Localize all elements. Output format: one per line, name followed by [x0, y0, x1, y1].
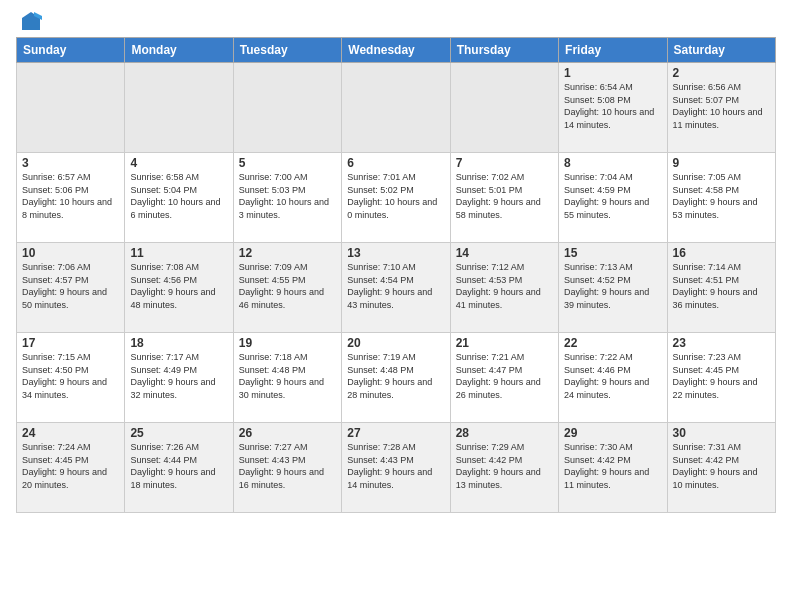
day-number: 9	[673, 156, 770, 170]
day-number: 14	[456, 246, 553, 260]
calendar-wrapper: SundayMondayTuesdayWednesdayThursdayFrid…	[0, 37, 792, 521]
calendar-cell	[450, 63, 558, 153]
calendar-cell: 11Sunrise: 7:08 AM Sunset: 4:56 PM Dayli…	[125, 243, 233, 333]
calendar-cell: 2Sunrise: 6:56 AM Sunset: 5:07 PM Daylig…	[667, 63, 775, 153]
logo	[20, 10, 42, 32]
calendar-cell: 28Sunrise: 7:29 AM Sunset: 4:42 PM Dayli…	[450, 423, 558, 513]
calendar-cell: 30Sunrise: 7:31 AM Sunset: 4:42 PM Dayli…	[667, 423, 775, 513]
day-number: 23	[673, 336, 770, 350]
day-info: Sunrise: 6:58 AM Sunset: 5:04 PM Dayligh…	[130, 172, 220, 220]
page-container: SundayMondayTuesdayWednesdayThursdayFrid…	[0, 0, 792, 521]
col-header-sunday: Sunday	[17, 38, 125, 63]
day-number: 13	[347, 246, 444, 260]
day-number: 16	[673, 246, 770, 260]
calendar-cell: 6Sunrise: 7:01 AM Sunset: 5:02 PM Daylig…	[342, 153, 450, 243]
day-info: Sunrise: 6:56 AM Sunset: 5:07 PM Dayligh…	[673, 82, 763, 130]
calendar-cell: 10Sunrise: 7:06 AM Sunset: 4:57 PM Dayli…	[17, 243, 125, 333]
day-info: Sunrise: 7:28 AM Sunset: 4:43 PM Dayligh…	[347, 442, 432, 490]
day-number: 4	[130, 156, 227, 170]
calendar-cell: 5Sunrise: 7:00 AM Sunset: 5:03 PM Daylig…	[233, 153, 341, 243]
col-header-monday: Monday	[125, 38, 233, 63]
day-number: 17	[22, 336, 119, 350]
calendar-cell: 12Sunrise: 7:09 AM Sunset: 4:55 PM Dayli…	[233, 243, 341, 333]
header	[0, 0, 792, 37]
calendar-cell	[233, 63, 341, 153]
calendar-cell: 7Sunrise: 7:02 AM Sunset: 5:01 PM Daylig…	[450, 153, 558, 243]
day-number: 5	[239, 156, 336, 170]
day-info: Sunrise: 7:26 AM Sunset: 4:44 PM Dayligh…	[130, 442, 215, 490]
calendar-cell	[342, 63, 450, 153]
day-info: Sunrise: 7:22 AM Sunset: 4:46 PM Dayligh…	[564, 352, 649, 400]
day-number: 18	[130, 336, 227, 350]
day-info: Sunrise: 7:31 AM Sunset: 4:42 PM Dayligh…	[673, 442, 758, 490]
calendar-cell: 18Sunrise: 7:17 AM Sunset: 4:49 PM Dayli…	[125, 333, 233, 423]
header-row: SundayMondayTuesdayWednesdayThursdayFrid…	[17, 38, 776, 63]
day-number: 21	[456, 336, 553, 350]
day-number: 28	[456, 426, 553, 440]
calendar-cell: 19Sunrise: 7:18 AM Sunset: 4:48 PM Dayli…	[233, 333, 341, 423]
day-number: 15	[564, 246, 661, 260]
day-info: Sunrise: 7:02 AM Sunset: 5:01 PM Dayligh…	[456, 172, 541, 220]
day-info: Sunrise: 7:13 AM Sunset: 4:52 PM Dayligh…	[564, 262, 649, 310]
calendar-cell: 1Sunrise: 6:54 AM Sunset: 5:08 PM Daylig…	[559, 63, 667, 153]
day-number: 8	[564, 156, 661, 170]
day-info: Sunrise: 7:27 AM Sunset: 4:43 PM Dayligh…	[239, 442, 324, 490]
day-info: Sunrise: 7:14 AM Sunset: 4:51 PM Dayligh…	[673, 262, 758, 310]
col-header-tuesday: Tuesday	[233, 38, 341, 63]
calendar-cell: 20Sunrise: 7:19 AM Sunset: 4:48 PM Dayli…	[342, 333, 450, 423]
day-number: 12	[239, 246, 336, 260]
col-header-friday: Friday	[559, 38, 667, 63]
calendar-cell: 16Sunrise: 7:14 AM Sunset: 4:51 PM Dayli…	[667, 243, 775, 333]
calendar-cell: 23Sunrise: 7:23 AM Sunset: 4:45 PM Dayli…	[667, 333, 775, 423]
day-number: 7	[456, 156, 553, 170]
calendar-table: SundayMondayTuesdayWednesdayThursdayFrid…	[16, 37, 776, 513]
calendar-cell: 15Sunrise: 7:13 AM Sunset: 4:52 PM Dayli…	[559, 243, 667, 333]
week-row-1: 3Sunrise: 6:57 AM Sunset: 5:06 PM Daylig…	[17, 153, 776, 243]
col-header-thursday: Thursday	[450, 38, 558, 63]
col-header-saturday: Saturday	[667, 38, 775, 63]
calendar-cell: 14Sunrise: 7:12 AM Sunset: 4:53 PM Dayli…	[450, 243, 558, 333]
calendar-cell: 27Sunrise: 7:28 AM Sunset: 4:43 PM Dayli…	[342, 423, 450, 513]
day-info: Sunrise: 7:23 AM Sunset: 4:45 PM Dayligh…	[673, 352, 758, 400]
calendar-cell: 4Sunrise: 6:58 AM Sunset: 5:04 PM Daylig…	[125, 153, 233, 243]
day-info: Sunrise: 7:06 AM Sunset: 4:57 PM Dayligh…	[22, 262, 107, 310]
day-info: Sunrise: 7:12 AM Sunset: 4:53 PM Dayligh…	[456, 262, 541, 310]
day-number: 3	[22, 156, 119, 170]
day-info: Sunrise: 7:15 AM Sunset: 4:50 PM Dayligh…	[22, 352, 107, 400]
day-number: 27	[347, 426, 444, 440]
logo-icon	[20, 10, 42, 32]
day-info: Sunrise: 7:04 AM Sunset: 4:59 PM Dayligh…	[564, 172, 649, 220]
day-number: 24	[22, 426, 119, 440]
day-info: Sunrise: 6:54 AM Sunset: 5:08 PM Dayligh…	[564, 82, 654, 130]
day-info: Sunrise: 7:18 AM Sunset: 4:48 PM Dayligh…	[239, 352, 324, 400]
calendar-cell: 9Sunrise: 7:05 AM Sunset: 4:58 PM Daylig…	[667, 153, 775, 243]
day-number: 22	[564, 336, 661, 350]
calendar-cell	[125, 63, 233, 153]
day-info: Sunrise: 7:09 AM Sunset: 4:55 PM Dayligh…	[239, 262, 324, 310]
calendar-cell	[17, 63, 125, 153]
day-number: 30	[673, 426, 770, 440]
day-info: Sunrise: 7:29 AM Sunset: 4:42 PM Dayligh…	[456, 442, 541, 490]
day-number: 6	[347, 156, 444, 170]
day-number: 1	[564, 66, 661, 80]
week-row-4: 24Sunrise: 7:24 AM Sunset: 4:45 PM Dayli…	[17, 423, 776, 513]
calendar-cell: 25Sunrise: 7:26 AM Sunset: 4:44 PM Dayli…	[125, 423, 233, 513]
day-number: 25	[130, 426, 227, 440]
calendar-cell: 3Sunrise: 6:57 AM Sunset: 5:06 PM Daylig…	[17, 153, 125, 243]
day-number: 20	[347, 336, 444, 350]
day-info: Sunrise: 7:10 AM Sunset: 4:54 PM Dayligh…	[347, 262, 432, 310]
day-number: 29	[564, 426, 661, 440]
day-info: Sunrise: 7:00 AM Sunset: 5:03 PM Dayligh…	[239, 172, 329, 220]
day-number: 10	[22, 246, 119, 260]
day-number: 2	[673, 66, 770, 80]
calendar-cell: 22Sunrise: 7:22 AM Sunset: 4:46 PM Dayli…	[559, 333, 667, 423]
calendar-cell: 29Sunrise: 7:30 AM Sunset: 4:42 PM Dayli…	[559, 423, 667, 513]
day-info: Sunrise: 7:05 AM Sunset: 4:58 PM Dayligh…	[673, 172, 758, 220]
calendar-cell: 26Sunrise: 7:27 AM Sunset: 4:43 PM Dayli…	[233, 423, 341, 513]
calendar-cell: 8Sunrise: 7:04 AM Sunset: 4:59 PM Daylig…	[559, 153, 667, 243]
day-info: Sunrise: 7:21 AM Sunset: 4:47 PM Dayligh…	[456, 352, 541, 400]
week-row-0: 1Sunrise: 6:54 AM Sunset: 5:08 PM Daylig…	[17, 63, 776, 153]
day-info: Sunrise: 7:17 AM Sunset: 4:49 PM Dayligh…	[130, 352, 215, 400]
week-row-2: 10Sunrise: 7:06 AM Sunset: 4:57 PM Dayli…	[17, 243, 776, 333]
col-header-wednesday: Wednesday	[342, 38, 450, 63]
